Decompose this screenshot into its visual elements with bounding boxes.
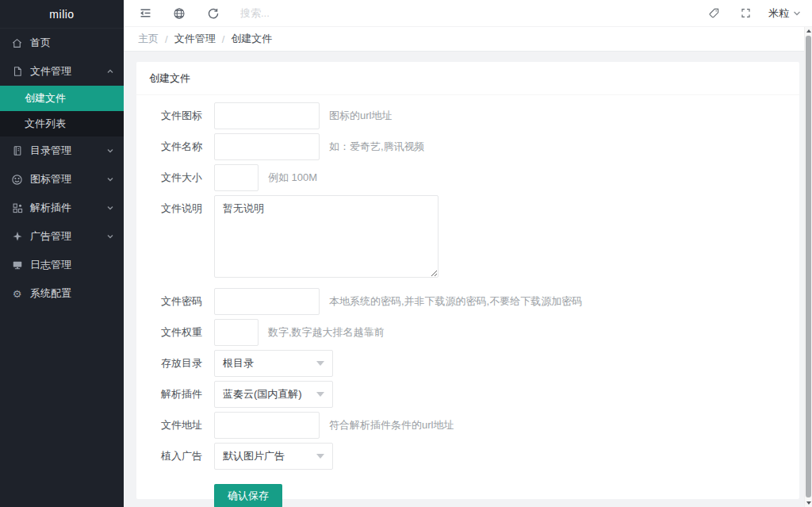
file-description-textarea[interactable]: 暂无说明: [214, 195, 439, 278]
user-menu[interactable]: 米粒: [768, 6, 801, 21]
chevron-down-icon: [793, 10, 801, 17]
file-name-input[interactable]: [214, 133, 320, 160]
chevron-down-icon: [106, 175, 114, 183]
sidebar-subitem-create-file[interactable]: 创建文件: [0, 86, 124, 111]
field-file-url: 文件地址 符合解析插件条件的url地址: [149, 412, 787, 439]
vertical-scrollbar[interactable]: [804, 27, 812, 507]
select-arrow-icon: [316, 392, 324, 397]
scrollbar-down-arrow[interactable]: [805, 499, 812, 507]
sidebar-submenu-file: 创建文件 文件列表: [0, 86, 124, 136]
topbar: 米粒: [124, 0, 812, 27]
field-hint: 符合解析插件条件的url地址: [329, 418, 454, 432]
field-hint: 如：爱奇艺,腾讯视频: [329, 140, 425, 154]
parser-plugin-select[interactable]: 蓝奏云(国内直解): [214, 381, 333, 408]
field-file-weight: 文件权重 数字,数字越大排名越靠前: [149, 319, 787, 346]
storage-directory-select[interactable]: 根目录: [214, 350, 333, 377]
app-logo: milio: [0, 0, 124, 29]
file-size-input[interactable]: [214, 164, 259, 191]
field-hint: 数字,数字越大排名越靠前: [268, 325, 385, 340]
field-file-description: 文件说明 暂无说明: [149, 195, 787, 284]
field-label: 植入广告: [149, 443, 202, 470]
field-label: 文件说明: [149, 195, 202, 222]
breadcrumb: 主页 / 文件管理 / 创建文件: [124, 27, 812, 52]
content-area: 创建文件 文件图标 图标的url地址 文件名称 如：爱奇艺,腾讯视频 文件大小 …: [124, 52, 812, 507]
sidebar-item-parser-plugins[interactable]: 解析插件: [0, 194, 124, 222]
field-hint: 本地系统的密码,并非下载源的密码,不要给下载源加密码: [329, 294, 582, 309]
sidebar-subitem-file-list[interactable]: 文件列表: [0, 111, 124, 136]
breadcrumb-separator: /: [165, 33, 168, 45]
sidebar-item-system-config[interactable]: ⚙ 系统配置: [0, 279, 124, 308]
select-arrow-icon: [316, 454, 324, 459]
field-label: 文件密码: [149, 288, 202, 315]
file-weight-input[interactable]: [214, 319, 259, 346]
globe-icon[interactable]: [172, 6, 186, 21]
file-icon-input[interactable]: [214, 102, 320, 129]
plane-icon: [11, 231, 23, 243]
sidebar-item-directory-management[interactable]: 目录管理: [0, 136, 124, 165]
chevron-down-icon: [106, 232, 114, 240]
sidebar-item-log-management[interactable]: 日志管理: [0, 251, 124, 279]
sidebar-item-file-management[interactable]: 文件管理: [0, 57, 124, 86]
field-label: 文件名称: [149, 133, 202, 160]
card-title: 创建文件: [136, 62, 799, 95]
field-file-password: 文件密码 本地系统的密码,并非下载源的密码,不要给下载源加密码: [149, 288, 787, 315]
home-icon: [11, 37, 23, 49]
file-url-input[interactable]: [214, 412, 320, 439]
breadcrumb-file-management[interactable]: 文件管理: [174, 32, 216, 46]
field-label: 文件地址: [149, 412, 202, 439]
field-file-icon: 文件图标 图标的url地址: [149, 102, 787, 129]
monitor-icon: [11, 259, 23, 271]
field-label: 文件图标: [149, 102, 202, 129]
blocks-icon: [11, 202, 23, 214]
field-embed-ad: 植入广告 默认图片广告: [149, 443, 787, 470]
field-file-name: 文件名称 如：爱奇艺,腾讯视频: [149, 133, 787, 160]
chevron-down-icon: [106, 147, 114, 155]
gear-icon: ⚙: [11, 288, 23, 300]
embed-ad-select[interactable]: 默认图片广告: [214, 443, 333, 470]
chevron-up-icon: [106, 67, 114, 75]
field-hint: 例如 100M: [268, 171, 317, 185]
smiley-icon: [11, 174, 23, 186]
sidebar-item-ad-management[interactable]: 广告管理: [0, 222, 124, 251]
field-label: 解析插件: [149, 381, 202, 408]
username: 米粒: [768, 6, 789, 21]
file-password-input[interactable]: [214, 288, 320, 315]
fullscreen-icon[interactable]: [738, 6, 753, 21]
field-parser-plugin: 解析插件 蓝奏云(国内直解): [149, 381, 787, 408]
sidebar-item-home[interactable]: 首页: [0, 29, 124, 57]
field-file-size: 文件大小 例如 100M: [149, 164, 787, 191]
topbar-right: 米粒: [689, 6, 801, 21]
field-hint: 图标的url地址: [329, 109, 392, 123]
save-button[interactable]: 确认保存: [214, 484, 282, 507]
search-input[interactable]: [240, 7, 689, 19]
create-file-card: 创建文件 文件图标 图标的url地址 文件名称 如：爱奇艺,腾讯视频 文件大小 …: [136, 62, 799, 499]
refresh-icon[interactable]: [206, 6, 220, 21]
sidebar-item-icon-management[interactable]: 图标管理: [0, 165, 124, 194]
field-storage-directory: 存放目录 根目录: [149, 350, 787, 377]
scrollbar-thumb[interactable]: [806, 36, 811, 497]
select-arrow-icon: [316, 361, 324, 366]
chevron-down-icon: [106, 204, 114, 212]
main-area: 米粒 主页 / 文件管理 / 创建文件 创建文件 文件图标 图标的url地址: [124, 0, 812, 507]
breadcrumb-separator: /: [222, 33, 225, 45]
scrollbar-up-arrow[interactable]: [805, 27, 812, 35]
file-icon: [11, 66, 23, 78]
create-file-form: 文件图标 图标的url地址 文件名称 如：爱奇艺,腾讯视频 文件大小 例如 10…: [136, 95, 799, 507]
field-label: 文件大小: [149, 164, 202, 191]
field-label: 文件权重: [149, 319, 202, 346]
sidebar: milio 首页 文件管理 创建文件 文件列表 目录管理: [0, 0, 124, 507]
fold-sidebar-icon[interactable]: [138, 6, 152, 21]
tag-icon[interactable]: [707, 6, 721, 21]
breadcrumb-create-file: 创建文件: [231, 32, 272, 46]
notebook-icon: [11, 145, 23, 157]
breadcrumb-home[interactable]: 主页: [138, 32, 159, 46]
field-label: 存放目录: [149, 350, 202, 377]
